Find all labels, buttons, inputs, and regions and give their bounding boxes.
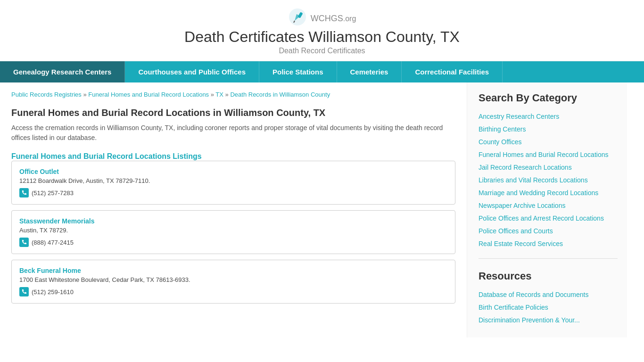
card-name-0[interactable]: Office Outlet [19,168,447,175]
breadcrumb-link-0[interactable]: Public Records Registries [11,91,82,98]
listings-heading[interactable]: Funeral Homes and Burial Record Location… [11,152,202,160]
main-layout: Public Records Registries » Funeral Home… [0,82,644,337]
content: Public Records Registries » Funeral Home… [0,82,467,337]
pen-icon [288,8,307,26]
logo-text: WCHGS.org [311,9,356,25]
sidebar-link-birthing[interactable]: Birthing Centers [479,124,618,134]
page-desc: Access the cremation records in Williams… [11,123,455,143]
sidebar-link-jail[interactable]: Jail Record Research Locations [479,163,618,173]
card-phone-0: (512) 257-7283 [19,188,447,197]
nav: Genealogy Research Centers Courthouses a… [0,61,644,82]
phone-icon-0 [19,188,29,197]
nav-item-police[interactable]: Police Stations [259,61,337,82]
sidebar-link-police-arrest[interactable]: Police Offices and Arrest Record Locatio… [479,214,618,223]
location-card-0: Office Outlet 12112 Boardwalk Drive, Aus… [11,161,455,205]
breadcrumb-link-2[interactable]: TX [215,91,223,98]
site-subtitle: Death Record Certificates [279,47,365,55]
card-phone-2: (512) 259-1610 [19,287,447,296]
page-heading: Funeral Homes and Burial Record Location… [11,107,455,118]
site-title: Death Certificates Williamson County, TX [184,28,460,46]
breadcrumb-link-3[interactable]: Death Records in Williamson County [230,91,330,98]
sidebar-link-police-courts[interactable]: Police Offices and Courts [479,226,618,236]
sidebar-link-database[interactable]: Database of Records and Documents [479,290,618,300]
sidebar-link-marriage[interactable]: Marriage and Wedding Record Locations [479,188,618,198]
sidebar-link-real-estate[interactable]: Real Estate Record Services [479,239,618,249]
sidebar-link-ancestry[interactable]: Ancestry Research Centers [479,112,618,122]
sidebar-link-birth-cert[interactable]: Birth Certificate Policies [479,303,618,313]
nav-item-genealogy[interactable]: Genealogy Research Centers [0,61,125,82]
card-address-0: 12112 Boardwalk Drive, Austin, TX 78729-… [19,177,447,184]
sidebar-divider [479,258,618,259]
phone-icon-1 [19,238,29,247]
location-card-2: Beck Funeral Home 1700 East Whitestone B… [11,260,455,304]
card-name-1[interactable]: Stasswender Memorials [19,217,447,225]
sidebar-link-libraries[interactable]: Libraries and Vital Records Locations [479,175,618,185]
sidebar-link-newspaper[interactable]: Newspaper Archive Locations [479,201,618,211]
card-phone-number-2: (512) 259-1610 [32,288,74,296]
listings: Office Outlet 12112 Boardwalk Drive, Aus… [11,161,455,304]
phone-icon-2 [19,287,29,296]
card-phone-number-1: (888) 477-2415 [32,239,74,246]
card-phone-1: (888) 477-2415 [19,238,447,247]
nav-item-correctional[interactable]: Correctional Facilities [402,61,503,82]
sidebar-link-funeral[interactable]: Funeral Homes and Burial Record Location… [479,150,618,160]
breadcrumb: Public Records Registries » Funeral Home… [11,91,455,98]
nav-item-courthouses[interactable]: Courthouses and Public Offices [125,61,259,82]
nav-item-cemeteries[interactable]: Cemeteries [337,61,402,82]
sidebar-category-title: Search By Category [479,92,618,104]
card-address-2: 1700 East Whitestone Boulevard, Cedar Pa… [19,276,447,283]
sidebar-link-discrimination[interactable]: Discrimination Prevention & Your... [479,315,618,325]
card-address-1: Austin, TX 78729. [19,227,447,234]
card-phone-number-0: (512) 257-7283 [32,189,74,197]
location-card-1: Stasswender Memorials Austin, TX 78729. … [11,210,455,254]
logo-area: WCHGS.org [288,8,356,26]
header: WCHGS.org Death Certificates Williamson … [0,0,644,61]
card-name-2[interactable]: Beck Funeral Home [19,267,447,274]
sidebar: Search By Category Ancestry Research Cen… [467,82,627,337]
resources-title: Resources [479,270,618,282]
breadcrumb-link-1[interactable]: Funeral Homes and Burial Record Location… [88,91,209,98]
sidebar-link-county[interactable]: County Offices [479,137,618,147]
